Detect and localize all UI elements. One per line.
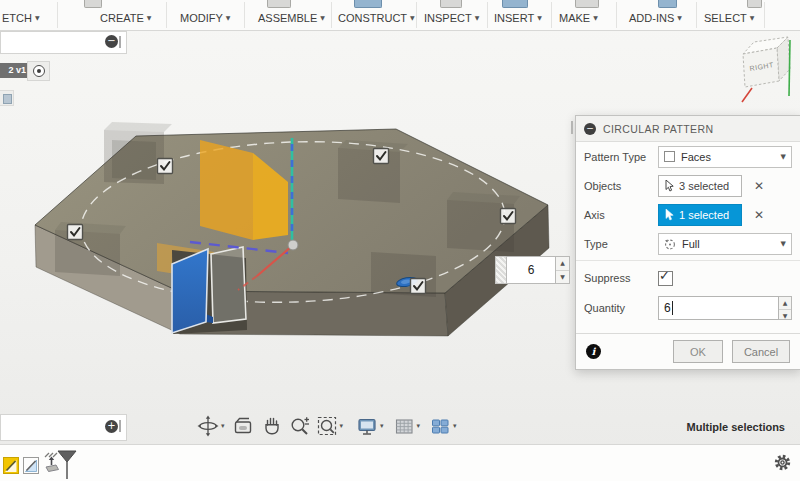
type-dropdown[interactable]: Full ▼ <box>658 233 792 255</box>
dialog-footer: i OK Cancel <box>576 333 800 369</box>
caret-down-icon: ▼ <box>750 14 755 21</box>
toolbar-separator <box>764 2 765 28</box>
document-activate-radio[interactable] <box>27 61 50 81</box>
construct-tool-icon[interactable] <box>440 0 462 8</box>
quantity-label: Quantity <box>584 302 658 314</box>
spinner-up-button[interactable]: ▲ <box>556 257 569 271</box>
fit-icon[interactable] <box>316 415 338 437</box>
pattern-instance-checkbox[interactable] <box>374 149 389 164</box>
panel-drag-handle[interactable] <box>119 420 121 432</box>
spinner-down-button[interactable]: ▼ <box>556 271 569 284</box>
objects-label: Objects <box>584 180 658 192</box>
caret-down-icon: ▼ <box>537 14 542 21</box>
caret-down-icon: ▼ <box>593 14 598 21</box>
construction-plane-left[interactable] <box>200 140 253 240</box>
grid-icon[interactable] <box>393 415 415 437</box>
quantity-input[interactable]: 6 <box>658 296 779 320</box>
pattern-type-dropdown[interactable]: Faces ▼ <box>658 146 792 168</box>
expand-panel-button[interactable]: + <box>105 420 118 433</box>
dialog-drag-handle[interactable] <box>571 121 573 134</box>
model-canvas[interactable] <box>0 100 570 400</box>
look-at-icon[interactable] <box>232 415 254 437</box>
caret-down-icon: ▼ <box>677 14 682 21</box>
caret-down-icon[interactable]: ▾ <box>340 422 344 430</box>
menu-insert[interactable]: INSERT▼ <box>494 12 542 24</box>
objects-row: Objects 3 selected ✕ <box>576 171 800 200</box>
suppress-checkbox[interactable]: ✓ <box>658 271 673 286</box>
cancel-button[interactable]: Cancel <box>732 340 790 363</box>
objects-selection-button[interactable]: 3 selected <box>658 175 742 197</box>
axis-label: Axis <box>584 209 658 221</box>
modify-tool-icon[interactable] <box>267 0 291 8</box>
quantity-down-button[interactable]: ▼ <box>779 310 791 322</box>
selected-notch-faces[interactable] <box>172 247 247 334</box>
gear-icon[interactable] <box>773 453 792 472</box>
insert-tool-icon[interactable] <box>502 0 528 8</box>
caret-down-icon[interactable]: ▾ <box>380 422 384 430</box>
menu-construct[interactable]: CONSTRUCT▼ <box>338 12 415 24</box>
cursor-icon <box>665 209 674 221</box>
viewports-icon[interactable] <box>429 415 451 437</box>
collapse-panel-button[interactable]: − <box>105 35 118 48</box>
menu-make[interactable]: MAKE▼ <box>559 12 598 24</box>
radio-icon <box>33 65 45 77</box>
pattern-instance-checkbox[interactable] <box>158 159 173 174</box>
top-toolbar: ETCH▼ CREATE▼ MODIFY▼ ASSEMBLE▼ CONSTRUC… <box>0 0 800 31</box>
timeline-bar <box>0 444 800 481</box>
dialog-collapse-button[interactable]: − <box>584 123 596 135</box>
document-name-chip[interactable]: 2 v1 <box>0 63 28 78</box>
faces-icon <box>664 151 675 162</box>
caret-down-icon: ▼ <box>781 153 786 161</box>
menu-select[interactable]: SELECT▼ <box>704 12 754 24</box>
browser-header-bar: − <box>0 31 127 54</box>
clear-objects-button[interactable]: ✕ <box>754 179 764 193</box>
panel-drag-handle[interactable] <box>119 36 121 48</box>
make-tool-icon[interactable] <box>575 0 599 8</box>
pattern-instance-checkbox[interactable] <box>68 225 83 240</box>
caret-down-icon[interactable]: ▾ <box>417 422 421 430</box>
viewcube-red-axis <box>742 88 752 102</box>
viewcube[interactable]: RIGHT <box>731 28 800 113</box>
menu-create[interactable]: CREATE▼ <box>100 12 151 24</box>
zoom-icon[interactable] <box>289 415 311 437</box>
caret-down-icon[interactable]: ▾ <box>221 422 225 430</box>
origin-point[interactable] <box>288 240 298 250</box>
pan-hand-icon[interactable] <box>261 415 283 437</box>
pattern-type-row: Pattern Type Faces ▼ <box>576 142 800 171</box>
ok-button[interactable]: OK <box>673 340 723 363</box>
menu-assemble[interactable]: ASSEMBLE▼ <box>258 12 325 24</box>
dialog-title-bar[interactable]: − CIRCULAR PATTERN <box>576 116 800 142</box>
menu-inspect[interactable]: INSPECT▼ <box>424 12 479 24</box>
selection-status: Multiple selections <box>687 421 785 433</box>
suppress-row: Suppress ✓ <box>576 263 800 293</box>
menu-sketch[interactable]: ETCH▼ <box>2 12 40 24</box>
quantity-up-button[interactable]: ▲ <box>779 297 791 310</box>
axis-count: 1 selected <box>679 209 729 221</box>
caret-down-icon: ▼ <box>35 14 40 21</box>
axis-selection-button[interactable]: 1 selected <box>658 204 742 226</box>
dialog-title: CIRCULAR PATTERN <box>603 123 713 135</box>
orbit-icon[interactable] <box>197 415 219 437</box>
toolbar-separator <box>551 2 552 28</box>
timeline-sketch1-icon[interactable] <box>3 456 20 475</box>
menu-modify[interactable]: MODIFY▼ <box>180 12 230 24</box>
pattern-type-label: Pattern Type <box>584 151 658 163</box>
select-tool-icon[interactable] <box>747 0 762 8</box>
menu-add-ins[interactable]: ADD-INS▼ <box>629 12 682 24</box>
info-icon[interactable]: i <box>586 344 601 359</box>
spinner-drag-handle[interactable] <box>495 256 506 284</box>
timeline-marker[interactable] <box>57 450 77 480</box>
timeline-sketch2-icon[interactable] <box>23 456 40 475</box>
add-ins-tool-icon[interactable] <box>658 0 677 8</box>
sketch-tool-icon[interactable] <box>84 0 102 8</box>
pattern-instance-checkbox[interactable] <box>411 279 426 294</box>
navigation-toolbar: ▾ ▾ <box>197 414 459 438</box>
caret-down-icon[interactable]: ▾ <box>453 422 457 430</box>
quantity-value-field[interactable]: 6 <box>506 256 556 284</box>
clear-axis-button[interactable]: ✕ <box>754 208 764 222</box>
toolbar-separator <box>331 2 332 28</box>
assemble-tool-icon[interactable] <box>354 0 382 8</box>
display-settings-icon[interactable] <box>356 415 378 437</box>
viewcube-green-axis <box>789 40 790 96</box>
pattern-instance-checkbox[interactable] <box>501 209 516 224</box>
